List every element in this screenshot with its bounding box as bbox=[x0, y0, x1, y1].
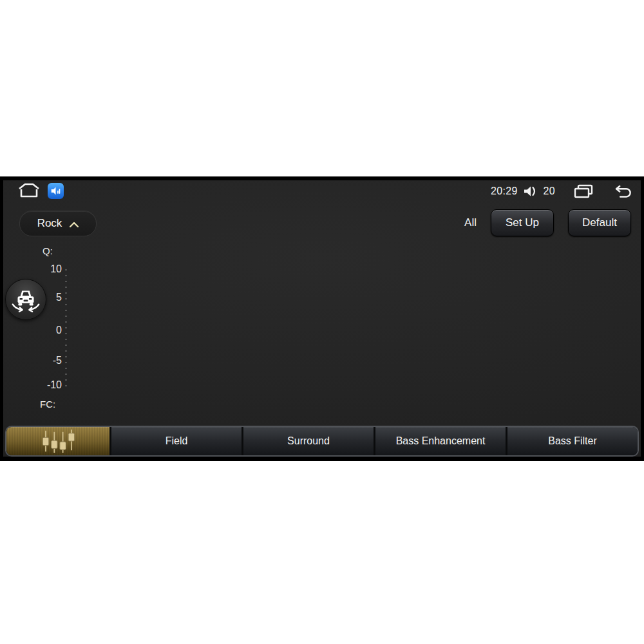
scale-label: 10 bbox=[36, 263, 62, 276]
back-button[interactable] bbox=[612, 184, 632, 198]
scale-label: -5 bbox=[36, 354, 62, 367]
equalizer-panel: 20:29 20 Rock bbox=[3, 180, 641, 457]
page: 20:29 20 Rock bbox=[0, 0, 644, 644]
home-button[interactable] bbox=[17, 182, 41, 199]
setup-button[interactable]: Set Up bbox=[491, 209, 554, 236]
scale-tick-marks bbox=[65, 269, 67, 388]
home-icon bbox=[17, 182, 41, 199]
bottom-tab-bar: Field Surround Bass Enhancement Bass Fil… bbox=[5, 426, 639, 457]
voice-assistant-app-button[interactable] bbox=[48, 183, 64, 199]
tab-equalizer[interactable] bbox=[6, 427, 109, 455]
voice-assistant-app-icon bbox=[50, 185, 61, 196]
head-unit-screen: 20:29 20 Rock bbox=[0, 176, 644, 461]
default-button[interactable]: Default bbox=[568, 209, 631, 236]
tab-bass-enhancement[interactable]: Bass Enhancement bbox=[375, 427, 506, 455]
car-driving-mode-icon bbox=[10, 283, 42, 316]
equalizer-icon bbox=[39, 429, 77, 453]
tab-surround[interactable]: Surround bbox=[243, 427, 374, 455]
scale-label: -10 bbox=[36, 379, 62, 392]
driving-mode-button[interactable] bbox=[5, 279, 46, 320]
chevron-up-icon bbox=[70, 222, 79, 227]
preset-label: Rock bbox=[37, 217, 62, 230]
clock: 20:29 bbox=[491, 185, 518, 197]
status-cluster: 20:29 20 bbox=[491, 184, 632, 198]
fc-row-label: FC: bbox=[40, 399, 55, 410]
scale-label: 0 bbox=[36, 324, 62, 337]
volume-level: 20 bbox=[544, 185, 555, 197]
tab-field[interactable]: Field bbox=[111, 427, 242, 455]
q-row-label: Q: bbox=[43, 245, 53, 256]
all-button[interactable]: All bbox=[464, 216, 477, 229]
speaker-icon bbox=[524, 185, 538, 197]
recent-apps-button[interactable] bbox=[573, 184, 594, 198]
tab-bass-filter[interactable]: Bass Filter bbox=[507, 427, 638, 455]
preset-selector[interactable]: Rock bbox=[19, 211, 97, 236]
header-actions: All Set Up Default bbox=[464, 210, 631, 236]
